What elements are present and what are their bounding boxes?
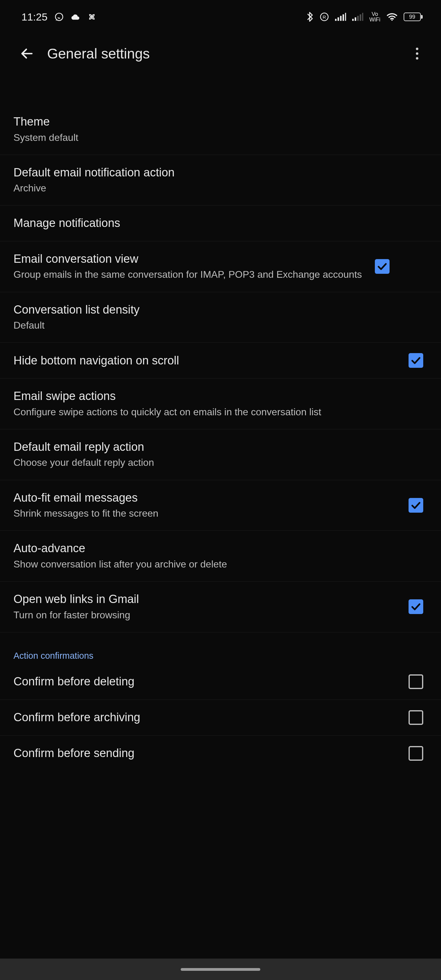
r-circle-icon: R xyxy=(320,12,329,21)
setting-title: Confirm before sending xyxy=(13,746,400,761)
system-nav-bar xyxy=(0,959,441,980)
battery-icon: 99 xyxy=(404,13,423,21)
svg-rect-4 xyxy=(338,18,339,21)
section-action-confirmations: Action confirmations xyxy=(0,632,441,664)
cloud-icon xyxy=(71,13,81,21)
svg-text:R: R xyxy=(323,14,326,20)
checkbox-auto-fit[interactable] xyxy=(409,498,423,513)
setting-confirm-delete[interactable]: Confirm before deleting xyxy=(0,664,441,700)
setting-auto-fit-messages[interactable]: Auto-fit email messages Shrink messages … xyxy=(0,480,441,531)
setting-desc: Shrink messages to fit the screen xyxy=(13,507,400,520)
page-title: General settings xyxy=(47,45,403,62)
setting-title: Conversation list density xyxy=(13,302,418,317)
setting-desc: Configure swipe actions to quickly act o… xyxy=(13,406,418,418)
svg-rect-10 xyxy=(357,16,358,21)
setting-value: Archive xyxy=(13,181,418,195)
signal-1-icon xyxy=(335,13,346,21)
setting-title: Auto-fit email messages xyxy=(13,491,400,505)
pinwheel-icon xyxy=(87,12,97,21)
whatsapp-icon xyxy=(54,12,64,22)
checkbox-confirm-archive[interactable] xyxy=(409,710,423,725)
svg-point-0 xyxy=(56,13,63,21)
bluetooth-icon xyxy=(306,12,314,22)
checkbox-open-web-links[interactable] xyxy=(409,599,423,614)
setting-desc: Show conversation list after you archive… xyxy=(13,558,418,571)
checkbox-confirm-delete[interactable] xyxy=(409,675,423,689)
toolbar: General settings xyxy=(0,34,441,73)
svg-point-13 xyxy=(392,19,393,21)
setting-confirm-archive[interactable]: Confirm before archiving xyxy=(0,700,441,736)
nav-handle-icon[interactable] xyxy=(181,968,260,971)
svg-point-16 xyxy=(416,57,418,59)
setting-confirm-send[interactable]: Confirm before sending xyxy=(0,736,441,771)
svg-point-14 xyxy=(416,48,418,50)
setting-auto-advance[interactable]: Auto-advance Show conversation list afte… xyxy=(0,531,441,582)
setting-title: Open web links in Gmail xyxy=(13,592,400,607)
back-button[interactable] xyxy=(12,39,41,68)
svg-rect-12 xyxy=(362,13,363,21)
setting-title: Default email notification action xyxy=(13,165,418,180)
setting-title: Theme xyxy=(13,115,418,129)
status-right: R VoWiFi xyxy=(306,11,423,22)
setting-manage-notifications[interactable]: Manage notifications xyxy=(0,205,441,241)
status-left: 11:25 xyxy=(21,11,97,23)
battery-level: 99 xyxy=(409,14,415,20)
setting-value: Default xyxy=(13,319,418,332)
svg-point-15 xyxy=(416,52,418,55)
settings-list: Theme System default Default email notif… xyxy=(0,73,441,771)
setting-email-swipe-actions[interactable]: Email swipe actions Configure swipe acti… xyxy=(0,379,441,430)
setting-default-notification-action[interactable]: Default email notification action Archiv… xyxy=(0,155,441,206)
setting-title: Email conversation view xyxy=(13,252,366,266)
setting-theme[interactable]: Theme System default xyxy=(0,104,441,155)
setting-title: Confirm before archiving xyxy=(13,710,400,725)
vowifi-icon: VoWiFi xyxy=(369,11,381,22)
setting-desc: Group emails in the same conversation fo… xyxy=(13,268,366,281)
checkbox-hide-bottom-nav[interactable] xyxy=(409,353,423,368)
svg-rect-3 xyxy=(335,19,337,21)
svg-rect-6 xyxy=(343,14,344,21)
setting-default-reply-action[interactable]: Default email reply action Choose your d… xyxy=(0,430,441,480)
setting-hide-bottom-nav[interactable]: Hide bottom navigation on scroll xyxy=(0,343,441,379)
wifi-icon xyxy=(387,13,398,21)
setting-title: Confirm before deleting xyxy=(13,675,400,689)
setting-title: Default email reply action xyxy=(13,440,418,455)
svg-rect-7 xyxy=(345,13,346,21)
setting-value: System default xyxy=(13,131,418,144)
status-bar: 11:25 R xyxy=(0,0,441,34)
overflow-menu-button[interactable] xyxy=(403,39,432,68)
svg-rect-9 xyxy=(355,18,356,21)
setting-desc: Choose your default reply action xyxy=(13,456,418,469)
checkbox-confirm-send[interactable] xyxy=(409,746,423,761)
setting-conversation-list-density[interactable]: Conversation list density Default xyxy=(0,292,441,343)
signal-2-icon xyxy=(352,13,363,21)
setting-title: Manage notifications xyxy=(13,216,418,231)
svg-rect-8 xyxy=(352,19,354,21)
status-time: 11:25 xyxy=(21,11,48,23)
checkbox-conversation-view[interactable] xyxy=(375,259,390,274)
setting-title: Auto-advance xyxy=(13,541,418,556)
svg-rect-5 xyxy=(340,16,341,21)
setting-title: Email swipe actions xyxy=(13,389,418,404)
setting-open-web-links[interactable]: Open web links in Gmail Turn on for fast… xyxy=(0,582,441,632)
setting-email-conversation-view[interactable]: Email conversation view Group emails in … xyxy=(0,241,441,292)
setting-desc: Turn on for faster browsing xyxy=(13,609,400,622)
svg-rect-11 xyxy=(360,14,361,21)
setting-title: Hide bottom navigation on scroll xyxy=(13,353,400,368)
